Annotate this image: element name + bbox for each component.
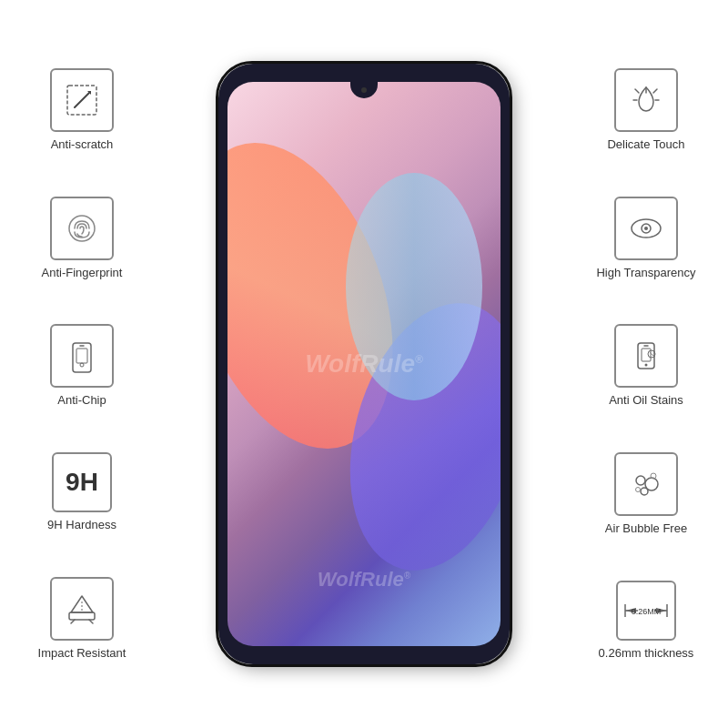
thickness-label: 0.26mm thickness — [599, 646, 694, 660]
impact-resistant-icon — [50, 577, 114, 641]
left-features-column: Anti-scratch Anti-Fingerprint — [9, 46, 155, 682]
feature-anti-oil-stains: Anti Oil Stains — [609, 324, 683, 407]
svg-rect-18 — [642, 349, 651, 361]
phone-wrapper: WolfRule® WolfRule® — [209, 55, 519, 673]
svg-point-16 — [644, 227, 648, 230]
anti-scratch-icon — [50, 68, 114, 132]
feature-anti-chip: Anti-Chip — [50, 324, 114, 407]
feature-air-bubble-free: Air Bubble Free — [605, 452, 687, 535]
high-transparency-label: High Transparency — [596, 266, 695, 279]
high-transparency-icon — [614, 197, 678, 260]
main-container: Anti-scratch Anti-Fingerprint — [0, 0, 728, 728]
anti-oil-stains-icon — [614, 324, 678, 388]
watermark-top: WolfRule® — [305, 349, 423, 379]
camera-dot — [361, 87, 367, 93]
9h-icon: 9H — [52, 452, 112, 512]
feature-thickness: 0.26MM 0.26mm thickness — [599, 581, 694, 660]
thickness-icon: 0.26MM — [616, 581, 676, 641]
anti-scratch-label: Anti-scratch — [51, 137, 114, 151]
anti-fingerprint-icon — [50, 197, 114, 260]
watermark-bottom: WolfRule® — [318, 568, 410, 592]
svg-point-25 — [641, 488, 648, 495]
right-features-column: Delicate Touch High Transparency — [573, 46, 719, 682]
anti-fingerprint-label: Anti-Fingerprint — [42, 266, 123, 279]
svg-point-6 — [80, 363, 84, 367]
phone-body: WolfRule® WolfRule® — [218, 64, 510, 664]
feature-delicate-touch: Delicate Touch — [607, 68, 684, 151]
feature-9h-hardness: 9H 9H Hardness — [47, 452, 116, 531]
air-bubble-free-label: Air Bubble Free — [605, 521, 687, 535]
svg-line-1 — [75, 93, 89, 107]
air-bubble-free-icon — [614, 452, 678, 516]
phone-screen: WolfRule® WolfRule® — [228, 82, 500, 646]
delicate-touch-label: Delicate Touch — [607, 137, 684, 151]
impact-resistant-label: Impact Resistant — [38, 646, 126, 660]
feature-high-transparency: High Transparency — [596, 197, 695, 279]
svg-rect-8 — [69, 612, 95, 620]
anti-chip-icon — [50, 324, 114, 388]
svg-text:0.26MM: 0.26MM — [632, 607, 662, 616]
svg-rect-5 — [76, 349, 87, 363]
feature-anti-scratch: Anti-scratch — [50, 68, 114, 151]
anti-oil-stains-label: Anti Oil Stains — [609, 393, 683, 407]
svg-rect-4 — [73, 343, 91, 372]
svg-point-19 — [645, 364, 648, 367]
feature-impact-resistant: Impact Resistant — [38, 577, 126, 660]
svg-point-23 — [636, 476, 645, 485]
9h-hardness-label: 9H Hardness — [47, 518, 116, 531]
svg-point-27 — [635, 488, 640, 492]
delicate-touch-icon — [614, 68, 678, 132]
feature-anti-fingerprint: Anti-Fingerprint — [42, 197, 123, 279]
anti-chip-label: Anti-Chip — [57, 393, 106, 407]
